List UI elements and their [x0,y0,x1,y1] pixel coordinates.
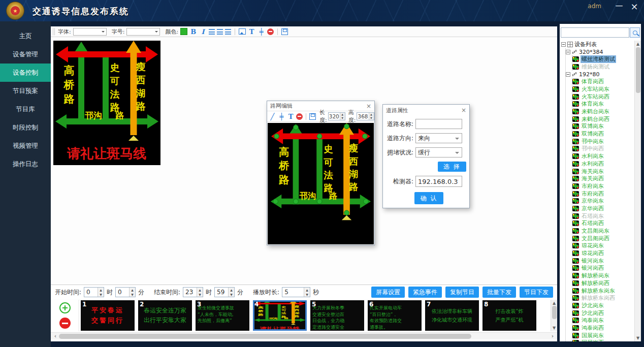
device-item[interactable]: 银河岗东 [572,257,634,265]
device-item[interactable]: 文昌阁岗东 [572,227,634,235]
line-icon[interactable]: ╱ [269,113,276,120]
device-item[interactable]: 琼花岗西 [572,249,634,257]
device-item[interactable]: 解放桥东岗东 [572,287,634,295]
tree-scrollbar[interactable]: ▲ ▼ [634,41,641,341]
device-item[interactable]: 海关岗西 [572,175,634,182]
length-spinner[interactable]: 320▲▼ [328,112,345,120]
scroll-right-icon[interactable]: › [549,333,556,340]
device-item[interactable]: 邗中岗东 [572,138,634,145]
start-hour-spinner[interactable]: 0▲▼ [84,287,104,297]
font-select[interactable] [73,28,107,36]
device-item[interactable]: 水利岗西 [572,160,634,168]
device-item[interactable]: 来鹤台岗东 [572,108,634,115]
sidebar-item-7[interactable]: 视频管理 [0,137,51,155]
device-item[interactable]: 鸿泰岗西 [572,324,634,332]
action-button-1[interactable]: 屏幕设置 [371,287,405,298]
device-item[interactable]: 石塔岗西 [572,220,634,228]
sign-preview[interactable]: 高桥路史可法路瘦西湖路邗沟路请礼让斑马线 [53,41,160,165]
device-item[interactable]: 国展岗西 [572,339,634,342]
device-item[interactable]: 解放桥岗西 [572,279,634,287]
device-item[interactable]: 市府岗东 [572,182,634,190]
color-swatch[interactable] [180,28,187,35]
device-item[interactable]: 文昌阁岗西 [572,235,634,242]
action-button-2[interactable]: 紧急事件 [408,287,442,298]
action-button-3[interactable]: 复制节目 [445,287,479,298]
road-icon[interactable]: ╪ [257,28,265,36]
device-item[interactable]: 螺丝湾桥测试 [572,55,634,63]
scroll-up-icon[interactable]: ▲ [551,301,557,305]
scroll-down-icon[interactable]: ▼ [635,336,641,340]
close-icon[interactable]: × [461,107,466,114]
text-icon[interactable]: T [248,28,255,36]
device-item[interactable]: 沙北岗西 [572,309,634,317]
device-item[interactable]: 双博岗东 [572,123,634,131]
end-hour-spinner[interactable]: 23▲▼ [183,287,203,297]
device-item[interactable]: 火车站岗东 [572,85,634,93]
device-item[interactable]: 京华岗东 [572,197,634,205]
device-item[interactable]: 鸿泰岗东 [572,317,634,324]
sidebar-item-3[interactable]: 设备控制 [0,64,51,82]
road-icon[interactable]: ╪ [278,113,285,120]
program-thumb-4[interactable]: 4高桥路史可法路瘦西湖路邗沟路请礼让斑马线 [253,300,307,331]
scroll-down-icon[interactable]: ▼ [551,326,557,330]
sidebar-item-2[interactable]: 设备管理 [0,45,51,64]
align-center-icon[interactable] [217,29,223,35]
playlist-vertical-scrollbar[interactable]: ▲ ▼ [551,300,557,331]
device-item[interactable]: 沙北岗东 [572,302,634,309]
align-left-icon[interactable] [209,29,215,35]
delete-icon[interactable] [267,28,274,35]
program-thumb-8[interactable]: 8打击改装“炸严查严惩“机 [482,300,536,331]
device-item[interactable]: 体育岗东 [572,101,634,108]
device-item[interactable]: 火车站岗西 [572,93,634,101]
device-item[interactable]: 体育岗西 [572,78,634,85]
device-item[interactable]: 石塔岗东 [572,212,634,220]
device-item[interactable]: 维扬岗测试 [572,63,634,71]
close-icon[interactable]: × [366,103,371,110]
select-button[interactable]: 选 择 [438,162,466,172]
scroll-left-icon[interactable]: ‹ [52,333,59,340]
logged-in-user[interactable]: adm [588,3,601,10]
device-item[interactable]: 京华岗西 [572,205,634,212]
collapse-icon[interactable] [566,50,570,54]
detector-input[interactable]: 192.168.0.3 [415,176,462,187]
device-item[interactable]: 水利岗东 [572,152,634,160]
device-item[interactable]: 海关岗东 [572,168,634,175]
device-item[interactable]: 邗中岗西 [572,145,634,153]
duration-spinner[interactable]: 5▲▼ [282,287,310,297]
delete-icon[interactable] [296,113,303,120]
program-thumb-6[interactable]: 6扎实开展电动车“百日整治”，有效预防道路交通事故。 [368,300,422,331]
remove-program-button[interactable] [59,318,71,329]
device-item[interactable]: 双博岗西 [572,130,634,138]
sidebar-item-1[interactable]: 主页 [0,27,51,45]
tree-group-320*384[interactable]: 320*384 [566,48,634,56]
scroll-up-icon[interactable]: ▲ [635,42,641,46]
add-program-button[interactable] [59,302,71,313]
search-button[interactable] [630,27,640,38]
minimize-icon[interactable]: — [614,1,625,10]
program-thumb-1[interactable]: 1平安春运交警同行 [81,300,135,331]
bold-icon[interactable]: B [189,28,197,36]
congestion-select[interactable]: 缓行 [415,147,462,157]
save-icon[interactable] [309,113,316,120]
action-button-5[interactable]: 节目下发 [520,287,553,298]
road-properties-titlebar[interactable]: 道路属性 × [383,105,469,116]
height-spinner[interactable]: 368▲▼ [357,112,374,120]
sidebar-item-4[interactable]: 节目预案 [0,82,51,100]
collapse-icon[interactable] [561,42,566,47]
align-right-icon[interactable] [225,29,231,35]
text-icon[interactable]: T [287,113,295,120]
tree-root[interactable]: 设备列表 [561,41,634,48]
start-minute-spinner[interactable]: 0▲▼ [115,287,136,297]
road-name-input[interactable] [415,119,462,129]
program-thumb-2[interactable]: 2春运安全连万家出行平安靠大家 [138,300,192,331]
program-thumb-5[interactable]: 5大力开展秋冬季交通安全整治百日会战，全力稳定道路交通安全形势！ [310,300,364,331]
device-search-input[interactable] [561,27,629,38]
device-item[interactable]: 银河岗西 [572,265,634,272]
device-item[interactable]: 解放桥东岗西 [572,294,634,302]
close-icon[interactable]: × [629,1,640,12]
device-item[interactable]: 琼花岗东 [572,242,634,250]
device-item[interactable]: 市府岗西 [572,190,634,198]
image-icon[interactable] [239,28,246,35]
collapse-icon[interactable] [566,72,570,77]
device-item[interactable]: 来鹤台岗西 [572,115,634,123]
